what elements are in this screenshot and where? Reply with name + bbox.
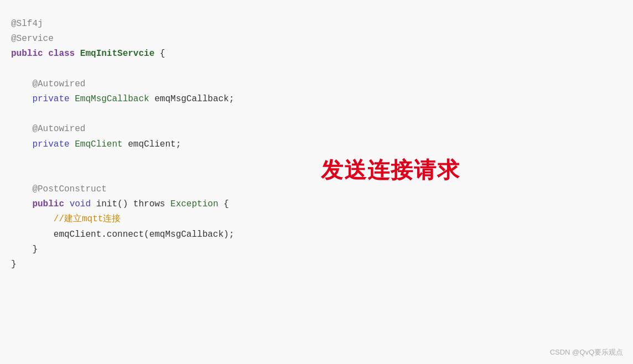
code-token: //建立mqtt连接 [54,214,121,224]
code-block: @Slf4j@Servicepublic class EmqInitServci… [11,17,622,272]
code-token [11,139,32,149]
code-token: { [154,49,165,59]
code-line: @Service [11,32,622,46]
code-token: @Autowired [11,79,85,89]
code-line [11,107,622,122]
code-token [75,49,80,59]
code-token: } [11,259,17,269]
code-token [11,199,32,209]
code-token: EmqClient [75,139,122,149]
code-line: @Slf4j [11,17,622,32]
code-token: init() throws [91,199,170,209]
code-token: void [70,199,91,209]
code-token: { [218,199,229,209]
code-token: private [32,139,69,149]
code-token: public class [11,49,75,59]
code-token: private [32,94,69,104]
watermark: CSDN @QvQ要乐观点 [550,347,623,357]
code-line: @Autowired [11,77,622,92]
code-token: emqClient; [123,139,181,149]
code-line: private EmqClient emqClient; [11,137,622,152]
code-token [11,214,54,224]
code-token: @Service [11,34,54,44]
code-token: @Slf4j [11,19,43,29]
code-line [11,167,622,182]
code-token: Exception [170,199,218,209]
code-token: emqMsgCallback; [149,94,235,104]
code-line [11,62,622,77]
overlay-annotation: 发送连接请求 [321,155,460,185]
code-token [11,94,32,104]
code-line: //建立mqtt连接 [11,212,622,227]
code-line: public void init() throws Exception { [11,197,622,212]
code-token [70,139,75,149]
code-line: @PostConstruct [11,182,622,197]
code-container: @Slf4j@Servicepublic class EmqInitServci… [0,0,633,364]
code-token: emqClient.connect(emqMsgCallback); [11,230,234,240]
code-token [64,199,70,209]
code-line: } [11,242,622,257]
code-line: @Autowired [11,122,622,137]
code-line: emqClient.connect(emqMsgCallback); [11,227,622,242]
code-token: } [11,245,38,254]
code-line: private EmqMsgCallback emqMsgCallback; [11,92,622,107]
code-token: EmqMsgCallback [75,94,149,104]
code-token: @Autowired [11,124,85,134]
code-token: public [32,199,64,209]
code-line: public class EmqInitServcie { [11,46,622,61]
code-line [11,152,622,167]
code-token: EmqInitServcie [80,49,154,59]
code-token: @PostConstruct [11,184,107,194]
code-token [70,94,75,104]
code-line: } [11,257,622,272]
